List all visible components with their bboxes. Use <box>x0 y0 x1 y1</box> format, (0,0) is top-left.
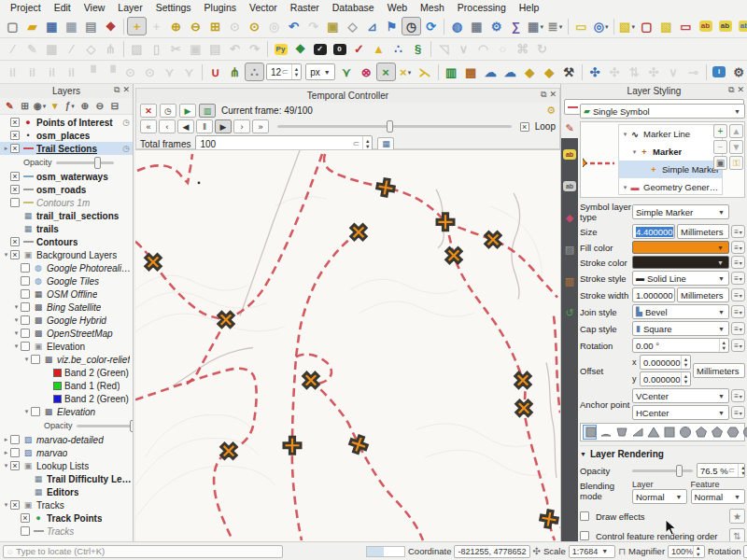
redo-icon[interactable]: ↷ <box>245 40 264 59</box>
play-backward-button[interactable]: ◀ <box>177 119 194 133</box>
pause-button[interactable]: ‖ <box>196 119 213 133</box>
trail-waypoint-marker[interactable] <box>511 369 534 392</box>
layer-item-google-hybrid[interactable]: ▾▩Google Hybrid <box>0 314 133 327</box>
mesh-calculator-icon[interactable]: ▥ <box>442 63 461 81</box>
data-defined-override-button[interactable]: ≡ <box>731 225 745 238</box>
tab-labels[interactable]: ab <box>561 142 578 166</box>
layer-item-osm-places[interactable]: ×•osm_places <box>0 129 133 142</box>
shape-option-arc[interactable] <box>599 425 613 440</box>
offset-label-icon[interactable]: ⇅ <box>625 63 644 81</box>
python-console-icon[interactable]: Py <box>271 40 290 59</box>
layer-checkbox[interactable] <box>21 302 30 312</box>
effects-settings-button[interactable]: ★ <box>729 509 745 524</box>
new-3d-map-view-icon[interactable]: ◇ <box>343 17 362 35</box>
slider-handle[interactable] <box>130 420 133 432</box>
stroke-color-button[interactable]: ▼ <box>632 256 729 269</box>
menu-settings[interactable]: Settings <box>149 1 198 14</box>
plugin-check-red-icon[interactable]: ✓ <box>349 40 369 59</box>
layer-item-band-1-red-[interactable]: Band 1 (Red) <box>0 379 133 392</box>
expander-icon[interactable]: ▾ <box>621 131 629 138</box>
plugin-quick-osm-icon[interactable]: ▲ <box>369 40 388 59</box>
copy-features-icon[interactable]: ▣ <box>186 40 205 59</box>
expander-icon[interactable]: ▸ <box>2 449 10 456</box>
renderer-combo[interactable]: ▰ Single Symbol ▼ <box>580 104 745 119</box>
callout-2-icon[interactable]: ⊙ <box>140 63 160 81</box>
layer-checkbox[interactable] <box>21 526 30 536</box>
zoom-to-layer-icon[interactable]: ⊙ <box>245 17 264 35</box>
add-polygon-feature-icon[interactable]: ◇ <box>81 40 101 59</box>
save-layer-edits-icon[interactable]: ▦ <box>42 40 62 59</box>
zoom-to-selection-icon[interactable]: ⊙ <box>225 17 245 35</box>
move-up-button[interactable]: ▲ <box>729 124 743 138</box>
open-layer-styling-icon[interactable]: ✎ <box>3 99 17 113</box>
manage-map-themes-icon[interactable]: ◉▾ <box>33 99 47 113</box>
layer-checkbox[interactable] <box>31 355 40 364</box>
menu-project[interactable]: Project <box>4 1 48 14</box>
trail-waypoint-marker[interactable] <box>540 510 559 529</box>
expander-icon[interactable]: ▾ <box>2 251 10 259</box>
data-defined-override-button[interactable]: ≡ <box>731 389 745 402</box>
layer-checkbox[interactable]: × <box>10 185 20 194</box>
plugin-attach-icon[interactable]: § <box>408 40 428 59</box>
layer-item-viz-be-color-relief[interactable]: ▾▩viz.be_color-relief <box>0 353 133 366</box>
topological-editing-icon[interactable]: ⋔ <box>225 63 245 81</box>
layer-item-trail-sections[interactable]: ▸×Trail Sections◷ <box>0 142 133 155</box>
tab-history[interactable]: ↺ <box>561 301 578 325</box>
snapping-toggle-icon[interactable]: ∪ <box>205 63 225 81</box>
tracing-icon[interactable]: ⋎ <box>337 63 357 81</box>
topology-checker-icon[interactable]: ∨ <box>454 40 473 59</box>
control-order-checkbox[interactable] <box>580 531 589 540</box>
tab-symbology[interactable]: ✎ <box>561 118 578 138</box>
fill-color-button[interactable]: ▼ <box>632 241 729 254</box>
refresh-map-icon[interactable]: ⟳ <box>421 17 441 35</box>
center-label-icon[interactable]: ✣ <box>605 63 625 81</box>
map-tips-icon[interactable]: ▭ <box>571 17 591 35</box>
stroke-width-spinbox[interactable]: 1.000000⊂▲▼ <box>632 287 675 302</box>
tab-3d-view[interactable]: ◆ <box>561 205 578 230</box>
add-group-icon[interactable]: ⊞ <box>18 99 32 113</box>
trail-waypoint-marker[interactable] <box>376 178 396 198</box>
layer-checkbox[interactable] <box>21 289 30 299</box>
new-map-view-icon[interactable]: ▣ <box>323 17 343 35</box>
trail-waypoint-marker[interactable] <box>284 437 301 454</box>
lock-scale-icon[interactable]: ⊓ <box>618 546 626 556</box>
trail-waypoint-marker[interactable] <box>141 250 164 273</box>
plugin-check-black-icon[interactable]: ✓ <box>310 40 330 59</box>
shape-option-square[interactable] <box>662 425 676 440</box>
label-highlight-1-icon[interactable]: ab <box>696 17 715 35</box>
temporal-off-button[interactable]: ✕ <box>140 104 157 118</box>
bookmarks-icon[interactable]: ⚑ <box>382 17 402 35</box>
layer-item-marvao-detailed[interactable]: ▸▨marvao-detailed <box>0 433 133 446</box>
join-style-combo[interactable]: ▙Bevel▼ <box>632 304 729 319</box>
menu-view[interactable]: View <box>78 1 112 14</box>
move-label-blue-icon[interactable]: ✣ <box>585 63 605 81</box>
rotation-spinbox[interactable]: 0.0 ° ▲▼ <box>743 545 747 558</box>
snap-on-intersection-icon[interactable]: ×▾ <box>396 63 416 81</box>
layer-item-lookup-lists[interactable]: ▾×▣Lookup Lists <box>0 459 133 472</box>
label-toolbar-4-icon[interactable]: il <box>62 63 81 81</box>
plugin-node-tool-icon[interactable]: ∴ <box>388 40 408 59</box>
processing-toolbox-icon[interactable]: ⚙ <box>486 17 506 35</box>
remove-symbol-layer-button[interactable]: − <box>713 140 727 154</box>
stroke-style-combo[interactable]: ▬Solid Line▼ <box>632 271 729 286</box>
label-toolbar-1-icon[interactable]: il <box>3 63 22 81</box>
layer-item-band-2-green-[interactable]: Band 2 (Green) <box>0 392 133 405</box>
layer-checkbox[interactable]: × <box>10 500 20 510</box>
layer-opacity-slider[interactable] <box>56 161 114 164</box>
lock-color-button[interactable]: ⚿ <box>729 156 743 170</box>
expand-all-icon[interactable]: ⊕ <box>78 99 92 113</box>
layer-item-elevation[interactable]: ▾▣Elevation <box>0 340 133 353</box>
layer-checkbox[interactable] <box>10 448 20 457</box>
menu-processing[interactable]: Processing <box>451 1 513 14</box>
select-by-expression-icon[interactable]: ▭ <box>676 17 696 35</box>
trail-waypoint-marker[interactable] <box>481 228 504 251</box>
temporal-animated-button[interactable]: ▶ <box>179 104 196 118</box>
anchor-vertical-combo[interactable]: VCenter▼ <box>632 388 729 403</box>
slider-handle[interactable] <box>94 157 101 169</box>
tab-diagrams[interactable]: ▥ <box>561 269 578 293</box>
menu-database[interactable]: Database <box>326 1 381 14</box>
menu-web[interactable]: Web <box>381 1 414 14</box>
layer-item-osm-offline[interactable]: ▦OSM Offline <box>0 287 133 301</box>
label-pin-icon[interactable]: ab <box>735 17 747 35</box>
measure-icon[interactable]: ⊿ <box>362 17 382 35</box>
